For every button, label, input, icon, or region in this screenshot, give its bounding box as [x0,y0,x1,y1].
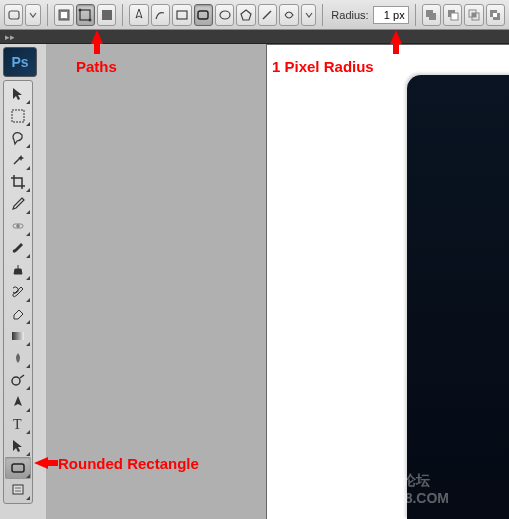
svg-text:T: T [13,417,22,432]
blur-tool[interactable] [5,347,31,369]
annotation-arrow-stem [393,42,399,54]
svg-point-9 [220,11,230,19]
custom-shape[interactable] [279,4,298,26]
path-op-exclude[interactable] [486,4,505,26]
brush-tool[interactable] [5,237,31,259]
svg-rect-14 [451,13,458,20]
rounded-rectangle-shape[interactable] [194,4,213,26]
pen-tool[interactable] [5,391,31,413]
preset-dropdown[interactable] [25,4,41,26]
annotation-arrow-stem [94,42,100,54]
tools-panel: T [3,80,33,504]
canvas-shape-preview [407,75,509,519]
svg-rect-6 [102,10,112,20]
magic-wand-tool[interactable] [5,149,31,171]
tool-preset-picker[interactable] [4,4,23,26]
eraser-tool[interactable] [5,303,31,325]
path-op-add[interactable] [422,4,441,26]
svg-rect-2 [61,12,67,18]
fill-pixels-mode[interactable] [97,4,116,26]
path-op-subtract[interactable] [443,4,462,26]
paths-mode[interactable] [76,4,95,26]
rounded-rectangle-tool[interactable] [5,457,31,479]
document-canvas[interactable] [266,44,509,519]
rectangle-shape[interactable] [172,4,191,26]
svg-rect-12 [429,13,436,20]
svg-rect-21 [12,110,24,122]
move-tool[interactable] [5,83,31,105]
eyedropper-tool[interactable] [5,193,31,215]
svg-rect-8 [198,11,208,19]
svg-line-10 [263,11,271,19]
path-op-intersect[interactable] [464,4,483,26]
left-dock: Ps T [0,44,46,519]
shape-layers-mode[interactable] [54,4,73,26]
annotation-paths: Paths [76,58,117,75]
svg-point-5 [89,18,92,21]
svg-rect-26 [12,332,24,340]
ellipse-shape[interactable] [215,4,234,26]
radius-label: Radius: [331,9,368,21]
divider [322,4,323,26]
annotation-radius: 1 Pixel Radius [272,58,374,75]
svg-point-27 [12,377,20,385]
watermark-line1: PS教程论坛 [337,471,449,489]
healing-brush-tool[interactable] [5,215,31,237]
polygon-shape[interactable] [236,4,255,26]
panel-tab-strip: ▸▸ [0,30,509,44]
svg-rect-31 [13,485,23,494]
notes-tool[interactable] [5,479,31,501]
svg-rect-7 [177,11,187,19]
line-shape[interactable] [258,4,277,26]
freeform-pen-icon[interactable] [151,4,170,26]
watermark: PS教程论坛 BBS.16XX8.COM [337,471,449,507]
clone-stamp-tool[interactable] [5,259,31,281]
dodge-tool[interactable] [5,369,31,391]
divider [122,4,123,26]
options-bar: Radius: [0,0,509,30]
svg-rect-30 [12,464,24,472]
path-selection-tool[interactable] [5,435,31,457]
ps-logo: Ps [3,47,37,77]
svg-rect-3 [80,10,90,20]
divider [47,4,48,26]
watermark-line2: BBS.16XX8.COM [337,489,449,507]
shape-options-dropdown[interactable] [301,4,317,26]
radius-input[interactable] [373,6,409,24]
panel-collapse-icon[interactable]: ▸▸ [0,30,20,44]
type-tool[interactable]: T [5,413,31,435]
workspace [46,44,509,519]
svg-line-28 [20,375,24,378]
pen-tool-icon[interactable] [129,4,148,26]
svg-rect-0 [9,11,19,19]
history-brush-tool[interactable] [5,281,31,303]
crop-tool[interactable] [5,171,31,193]
annotation-arrow-stem [46,460,58,466]
lasso-tool[interactable] [5,127,31,149]
svg-rect-20 [493,13,497,17]
divider [415,4,416,26]
svg-rect-17 [472,13,476,17]
svg-point-4 [79,8,82,11]
gradient-tool[interactable] [5,325,31,347]
marquee-tool[interactable] [5,105,31,127]
annotation-rounded-rect: Rounded Rectangle [58,455,199,472]
